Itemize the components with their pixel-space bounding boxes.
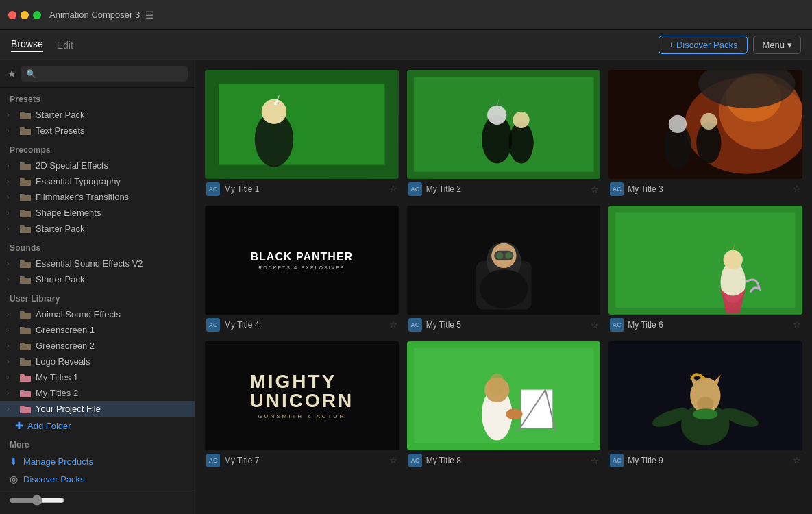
- sidebar-item-starter-pack-2[interactable]: › Starter Pack: [0, 221, 195, 236]
- favorites-star-button[interactable]: ★: [7, 67, 16, 80]
- sidebar-item-logo-reveals[interactable]: › Logo Reveals: [0, 354, 195, 369]
- chevron-icon: ›: [7, 225, 15, 232]
- grid-item-star-8[interactable]: ☆: [591, 456, 599, 466]
- chevron-icon: ›: [7, 326, 15, 334]
- chevron-icon: ›: [7, 405, 15, 413]
- sidebar-item-greenscreen-2[interactable]: › Greenscreen 2: [0, 338, 195, 354]
- content-area: ★ 🔍 Presets › Starter Pack ›: [0, 60, 812, 514]
- grid-item-star-7[interactable]: ☆: [389, 455, 397, 465]
- grid-thumb-9: [608, 341, 802, 450]
- grid-item-icon-7: AC: [206, 454, 220, 467]
- add-folder-button[interactable]: ✚ Add Folder: [0, 417, 195, 435]
- grid-item-6[interactable]: AC My Title 6 ☆: [608, 206, 802, 333]
- mighty-unicorn-sub: GUNSMITH & ACTOR: [258, 413, 345, 419]
- folder-icon: [19, 326, 32, 335]
- grid-item-footer-4: AC My Title 4 ☆: [205, 315, 399, 333]
- close-button[interactable]: [8, 11, 16, 19]
- titlebar: Animation Composer 3 ☰: [0, 0, 812, 30]
- grid-thumb-1: [205, 70, 399, 179]
- sidebar-bottom: [0, 489, 195, 514]
- sidebar-item-label: Animal Sound Effects: [36, 309, 186, 319]
- sidebar-item-my-titles-2[interactable]: › My Titles 2: [0, 385, 195, 401]
- sidebar-item-text-presets[interactable]: › Text Presets: [0, 123, 195, 138]
- menu-button[interactable]: Menu ▾: [753, 36, 801, 54]
- discover-packs-sidebar-button[interactable]: ◎ Discover Packs: [0, 470, 195, 488]
- section-label-precomps: Precomps: [0, 138, 195, 158]
- thumb-svg-2: [407, 70, 601, 179]
- grid-item-star-6[interactable]: ☆: [793, 319, 801, 330]
- grid-item-4[interactable]: BLACK PANTHER ROCKETS & EXPLOSIVES AC My…: [205, 206, 399, 333]
- svg-point-18: [701, 113, 717, 130]
- grid-item-star-2[interactable]: ☆: [591, 184, 599, 195]
- svg-point-39: [506, 408, 522, 419]
- grid-item-label-3: My Title 3: [628, 184, 789, 194]
- folder-icon: [19, 259, 32, 269]
- svg-rect-36: [521, 390, 552, 428]
- grid-item-icon-2: AC: [408, 182, 422, 196]
- sidebar-item-essential-sfx[interactable]: › Essential Sound Effects V2: [0, 256, 195, 271]
- tab-edit[interactable]: Edit: [57, 40, 73, 51]
- search-input[interactable]: [40, 69, 182, 79]
- thumb-svg-9: [608, 341, 802, 450]
- grid-item-1[interactable]: AC My Title 1 ☆: [205, 70, 399, 197]
- sidebar-item-your-project-file[interactable]: › Your Project File: [0, 401, 195, 417]
- sidebar-item-starter-pack-3[interactable]: › Starter Pack: [0, 271, 195, 287]
- folder-icon: [19, 193, 32, 202]
- grid-item-7[interactable]: MIGHTYUNICORN GUNSMITH & ACTOR AC My Tit…: [205, 341, 399, 469]
- sidebar-search-bar: ★ 🔍: [0, 60, 195, 88]
- folder-icon: [19, 161, 32, 171]
- zoom-slider[interactable]: [10, 495, 64, 506]
- grid-item-star-3[interactable]: ☆: [793, 184, 801, 194]
- svg-rect-1: [219, 84, 384, 164]
- sidebar-item-filmmaker-transitions[interactable]: › Filmmaker's Transitions: [0, 189, 195, 205]
- toolbar-right: + Discover Packs Menu ▾: [659, 36, 801, 54]
- sidebar-item-label: Shape Elements: [36, 208, 186, 218]
- folder-icon: [19, 224, 32, 234]
- grid-thumb-2: [407, 70, 601, 179]
- sidebar-item-label: Essential Sound Effects V2: [36, 258, 186, 269]
- grid-item-star-4[interactable]: ☆: [389, 319, 397, 330]
- sidebar-item-starter-pack-1[interactable]: › Starter Pack: [0, 107, 195, 123]
- sidebar-item-label: Logo Reveals: [36, 356, 186, 367]
- sidebar-item-label: Starter Pack: [36, 110, 186, 120]
- add-icon: ✚: [15, 420, 23, 431]
- sidebar-item-my-titles-1[interactable]: › My Titles 1: [0, 369, 195, 385]
- main-layout: Browse Edit + Discover Packs Menu ▾ ★ 🔍: [0, 30, 812, 514]
- grid-item-3[interactable]: AC My Title 3 ☆: [608, 70, 802, 197]
- folder-icon: [19, 208, 32, 218]
- sidebar: ★ 🔍 Presets › Starter Pack ›: [0, 60, 195, 514]
- grid-item-star-5[interactable]: ☆: [591, 320, 599, 330]
- discover-packs-button[interactable]: + Discover Packs: [659, 36, 748, 54]
- grid-item-5[interactable]: AC My Title 5 ☆: [407, 206, 601, 333]
- grid-item-star-9[interactable]: ☆: [793, 455, 801, 465]
- grid-item-footer-6: AC My Title 6 ☆: [608, 315, 802, 333]
- chevron-icon: ›: [7, 374, 15, 381]
- grid-item-2[interactable]: AC My Title 2 ☆: [407, 70, 601, 197]
- maximize-button[interactable]: [33, 11, 41, 19]
- manage-products-button[interactable]: ⬇ Manage Products: [0, 452, 195, 470]
- chevron-icon: ›: [7, 193, 15, 201]
- minimize-button[interactable]: [21, 11, 29, 19]
- tab-browse[interactable]: Browse: [11, 38, 43, 52]
- sidebar-item-shape-elements[interactable]: › Shape Elements: [0, 205, 195, 221]
- sidebar-item-animal-sfx[interactable]: › Animal Sound Effects: [0, 306, 195, 322]
- grid-item-star-1[interactable]: ☆: [389, 184, 397, 194]
- sidebar-item-2d-effects[interactable]: › 2D Special Effects: [0, 158, 195, 173]
- grid-thumb-5: [407, 206, 601, 315]
- sidebar-item-label: Text Presets: [36, 125, 186, 136]
- svg-point-16: [669, 115, 687, 133]
- grid-item-label-6: My Title 6: [628, 320, 789, 330]
- folder-pink-icon: [19, 373, 32, 382]
- grid-thumb-6: [608, 206, 802, 315]
- grid: AC My Title 1 ☆: [205, 70, 802, 469]
- grid-item-9[interactable]: AC My Title 9 ☆: [608, 341, 802, 469]
- folder-icon: [19, 177, 32, 186]
- thumb-svg-6: [608, 206, 802, 315]
- menu-icon[interactable]: ☰: [145, 10, 154, 21]
- chevron-icon: ›: [7, 178, 15, 185]
- sidebar-item-label: Your Project File: [36, 404, 186, 414]
- grid-item-8[interactable]: AC My Title 8 ☆: [407, 341, 601, 469]
- sidebar-item-greenscreen-1[interactable]: › Greenscreen 1: [0, 322, 195, 338]
- grid-item-label-1: My Title 1: [224, 184, 385, 194]
- sidebar-item-essential-typography[interactable]: › Essential Typography: [0, 173, 195, 189]
